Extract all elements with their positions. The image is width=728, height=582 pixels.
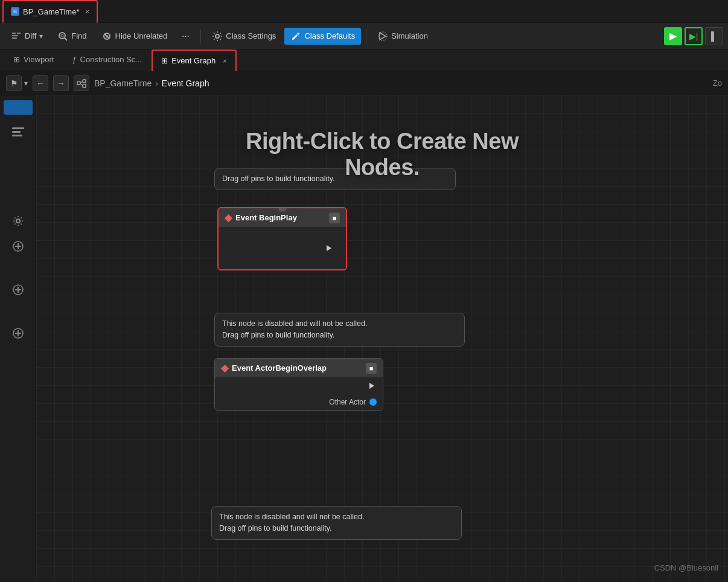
gear-icon — [212, 31, 223, 42]
diff-chevron — [39, 31, 43, 40]
breadcrumb-current: Event Graph — [162, 78, 209, 88]
find-icon — [57, 31, 68, 42]
play-next-button[interactable]: ▶| — [685, 27, 703, 45]
hide-unrelated-label: Hide Unrelated — [115, 31, 168, 40]
node-beginplay[interactable]: ◆ Event BeginPlay ■ — [217, 207, 347, 270]
back-button[interactable]: ← — [33, 75, 48, 91]
viewport-icon: ⊞ — [13, 55, 20, 64]
diff-icon — [11, 31, 22, 42]
sidebar-highlight — [4, 100, 33, 115]
tooltip-disabled-2-line1: This node is disabled and will not be ca… — [219, 511, 454, 523]
find-button[interactable]: Find — [51, 28, 92, 45]
graph-icon-btn[interactable] — [74, 75, 89, 91]
svg-rect-14 — [77, 82, 80, 85]
breadcrumb-chevron-down[interactable]: ▾ — [24, 79, 28, 88]
tab-viewport[interactable]: ⊞ Viewport — [5, 50, 62, 71]
node-overlap-header-left: ◆ Event ActorBeginOverlap — [221, 362, 327, 374]
watermark: CSDN @Bluesonli — [654, 563, 718, 572]
class-defaults-button[interactable]: Class Defaults — [284, 28, 361, 45]
node-actor-begin-overlap[interactable]: ◆ Event ActorBeginOverlap ■ Other Actor — [214, 358, 383, 411]
tab-icon: B — [11, 7, 19, 16]
left-sidebar — [0, 95, 36, 582]
canvas[interactable]: Right-Click to Create New Nodes. Drag of… — [36, 95, 728, 582]
other-actor-dot — [369, 398, 377, 406]
svg-rect-1 — [12, 35, 18, 36]
hint-main-text: Right-Click to Create New Nodes. — [209, 129, 555, 181]
construction-label: Construction Sc... — [80, 55, 142, 64]
sidebar-add-btn-3[interactable] — [5, 322, 31, 344]
tooltip-disabled-1-line2: Drag off pins to build functionality. — [222, 330, 457, 341]
main-area: Right-Click to Create New Nodes. Drag of… — [0, 95, 728, 582]
class-settings-button[interactable]: Class Settings — [206, 28, 282, 45]
breadcrumb-separator: › — [155, 78, 158, 88]
node-beginplay-label: Event BeginPlay — [235, 213, 297, 222]
find-label: Find — [71, 31, 86, 40]
svg-marker-33 — [369, 383, 374, 389]
class-settings-label: Class Settings — [226, 31, 276, 40]
overlap-exec-arrow — [367, 381, 377, 391]
node-beginplay-header-left: ◆ Event BeginPlay — [225, 212, 297, 223]
node-overlap-label: Event ActorBeginOverlap — [232, 363, 327, 373]
svg-marker-12 — [380, 33, 386, 40]
play-button[interactable]: ▶ — [664, 27, 682, 45]
breadcrumb-blueprint[interactable]: BP_GameTime — [94, 78, 152, 88]
svg-rect-15 — [83, 80, 86, 83]
svg-rect-21 — [12, 135, 22, 136]
event-graph-close[interactable]: × — [223, 57, 226, 65]
hint-overlay: Right-Click to Create New Nodes. — [209, 129, 555, 181]
svg-marker-32 — [327, 245, 331, 251]
zoom-label: Zo — [713, 78, 722, 88]
svg-rect-3 — [17, 33, 21, 34]
svg-rect-2 — [12, 37, 17, 39]
svg-line-18 — [80, 83, 83, 86]
svg-rect-0 — [12, 33, 16, 34]
tooltip-disabled-1: This node is disabled and will not be ca… — [214, 313, 465, 347]
node-overlap-body: Other Actor — [215, 377, 383, 410]
simulation-button[interactable]: Simulation — [371, 28, 434, 45]
play-line-button[interactable]: ▌ — [705, 27, 723, 45]
sidebar-toggle[interactable] — [5, 121, 31, 142]
other-actor-label: Other Actor — [329, 398, 366, 406]
tab-bp-gametime[interactable]: B BP_GameTime* × — [2, 0, 98, 23]
breadcrumb: BP_GameTime › Event Graph — [94, 78, 209, 88]
bookmark-button[interactable]: ⚑ — [6, 75, 22, 91]
node-beginplay-exec-pin — [318, 240, 340, 257]
construction-icon: ƒ — [72, 55, 76, 64]
sidebar-settings-btn[interactable] — [5, 210, 31, 232]
more-label: ⋯ — [182, 31, 190, 40]
exec-pin-arrow — [324, 243, 334, 253]
node-overlap-other-actor-pin: Other Actor — [215, 394, 383, 410]
svg-point-9 — [106, 35, 108, 37]
node-beginplay-close[interactable]: ■ — [329, 213, 340, 223]
tab-close-btn[interactable]: × — [85, 8, 89, 15]
tab-label: BP_GameTime* — [23, 7, 79, 16]
more-button[interactable]: ⋯ — [176, 28, 196, 43]
svg-line-5 — [65, 38, 67, 40]
toolbar: Diff Find Hide Unrelated ⋯ — [0, 23, 728, 50]
breadcrumb-bar: ⚑ ▾ ← → BP_GameTime › Event Graph Zo — [0, 71, 728, 95]
event-icon-overlap: ◆ — [221, 362, 228, 374]
svg-rect-11 — [297, 32, 301, 36]
diff-label: Diff — [25, 31, 36, 40]
diff-button[interactable]: Diff — [5, 28, 49, 45]
event-graph-label: Event Graph — [171, 56, 216, 65]
tab-construction-script[interactable]: ƒ Construction Sc... — [63, 50, 150, 71]
tooltip-disabled-2: This node is disabled and will not be ca… — [211, 506, 462, 540]
hide-unrelated-button[interactable]: Hide Unrelated — [95, 28, 174, 45]
node-overlap-close[interactable]: ■ — [366, 363, 377, 374]
tab-event-graph[interactable]: ⊞ Event Graph × — [152, 50, 236, 71]
forward-button[interactable]: → — [53, 75, 69, 91]
svg-point-10 — [216, 34, 219, 38]
event-icon-beginplay: ◆ — [225, 212, 232, 223]
simulation-icon — [377, 31, 388, 42]
node-overlap-exec-pin — [215, 377, 383, 394]
svg-rect-16 — [83, 85, 86, 88]
sub-tab-bar: ⊞ Viewport ƒ Construction Sc... ⊞ Event … — [0, 50, 728, 71]
sidebar-add-btn-2[interactable] — [5, 279, 31, 301]
sidebar-add-btn-1[interactable] — [5, 235, 31, 257]
toolbar-separator-2 — [366, 29, 366, 43]
tooltip-disabled-1-line1: This node is disabled and will not be ca… — [222, 318, 457, 330]
tooltip-disabled-2-line2: Drag off pins to build functionality. — [219, 523, 454, 534]
svg-point-6 — [61, 34, 63, 37]
toolbar-separator-1 — [200, 29, 201, 43]
